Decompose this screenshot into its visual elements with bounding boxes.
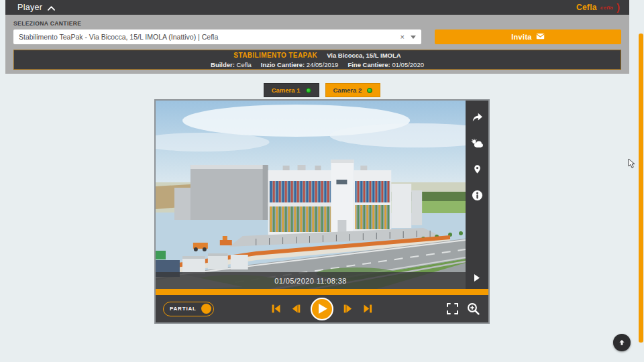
fullscreen-button[interactable]: [447, 303, 458, 314]
zoom-in-button[interactable]: [467, 302, 480, 315]
camera-2-status-dot: [367, 88, 372, 93]
skip-to-end-button[interactable]: [362, 303, 374, 314]
chevron-down-icon[interactable]: [411, 36, 416, 39]
invita-label: Invita: [511, 33, 532, 41]
page-title: Player: [17, 3, 42, 12]
scroll-to-top-button[interactable]: [613, 334, 631, 351]
partial-label: PARTIAL: [170, 306, 197, 312]
partial-toggle[interactable]: PARTIAL: [163, 302, 214, 316]
expand-panel-arrow[interactable]: [471, 272, 483, 284]
camera-1-status-dot: [306, 88, 311, 93]
site-selector-panel: SELEZIONA CANTIERE Stabilimento TeaPak -…: [5, 15, 629, 74]
cantiere-select[interactable]: Stabilimento TeaPak - Via Bicocca, 15/L …: [13, 29, 421, 44]
selector-label: SELEZIONA CANTIERE: [13, 20, 621, 27]
play-button[interactable]: [311, 298, 333, 320]
invita-button[interactable]: Invita: [435, 29, 621, 44]
partial-toggle-knob: [201, 304, 211, 314]
player-side-toolbar: [466, 101, 488, 289]
page-scrollbar-thumb[interactable]: [639, 34, 643, 343]
player-controls-bar: PARTIAL: [156, 295, 488, 322]
site-end-date: Fine Cantiere: 01/05/2020: [347, 60, 424, 69]
top-header-bar: Player Cefla cefla ): [5, 0, 629, 15]
tab-camera-1[interactable]: Camera 1: [264, 83, 319, 97]
timestamp-bar: 01/05/2020 11:08:38: [156, 272, 466, 289]
player-view-controls: [447, 302, 480, 315]
tab-camera-2[interactable]: Camera 2: [325, 83, 381, 97]
weather-button[interactable]: [471, 137, 483, 149]
envelope-icon: [536, 33, 545, 41]
video-frame: 01/05/2020 11:08:38: [156, 101, 466, 289]
clear-selection-icon[interactable]: ×: [396, 33, 409, 41]
video-player: 01/05/2020 11:08:38: [154, 99, 490, 324]
brand-name: Cefla: [576, 3, 597, 12]
site-builder: Builder: Cefla: [211, 60, 252, 69]
camera-tabs: Camera 1 Camera 2: [0, 83, 644, 97]
skip-to-start-button[interactable]: [270, 303, 282, 314]
site-name: STABILIMENTO TEAPAK: [233, 51, 317, 60]
cantiere-select-value: Stabilimento TeaPak - Via Bicocca, 15/L …: [19, 33, 396, 41]
arrow-up-icon: [618, 339, 626, 347]
site-info-bar: STABILIMENTO TEAPAK Via Bicocca, 15/L IM…: [13, 50, 621, 70]
camera-1-label: Camera 1: [272, 86, 301, 94]
timeline-progress-fill: [156, 289, 488, 295]
info-button[interactable]: [471, 189, 483, 201]
site-address: Via Bicocca, 15/L IMOLA: [327, 51, 401, 60]
chevron-up-icon: [48, 1, 55, 13]
step-forward-button[interactable]: [342, 303, 354, 314]
video-timestamp: 01/05/2020 11:08:38: [274, 277, 347, 285]
site-start-date: Inzio Cantiere: 24/05/2019: [261, 60, 339, 69]
brand-swirl-icon: ): [616, 4, 620, 11]
webcam-still-image: [156, 101, 466, 289]
transport-controls: [270, 298, 374, 320]
player-section-toggle[interactable]: Player: [17, 1, 55, 13]
step-backward-button[interactable]: [290, 303, 302, 314]
cefla-logo: Cefla cefla ): [576, 3, 620, 12]
share-button[interactable]: [471, 111, 483, 123]
brand-mark: cefla: [600, 5, 613, 11]
camera-2-label: Camera 2: [333, 86, 362, 94]
mouse-cursor: [628, 158, 636, 169]
timeline-progress-bar[interactable]: [156, 289, 488, 295]
location-button[interactable]: [471, 163, 483, 175]
